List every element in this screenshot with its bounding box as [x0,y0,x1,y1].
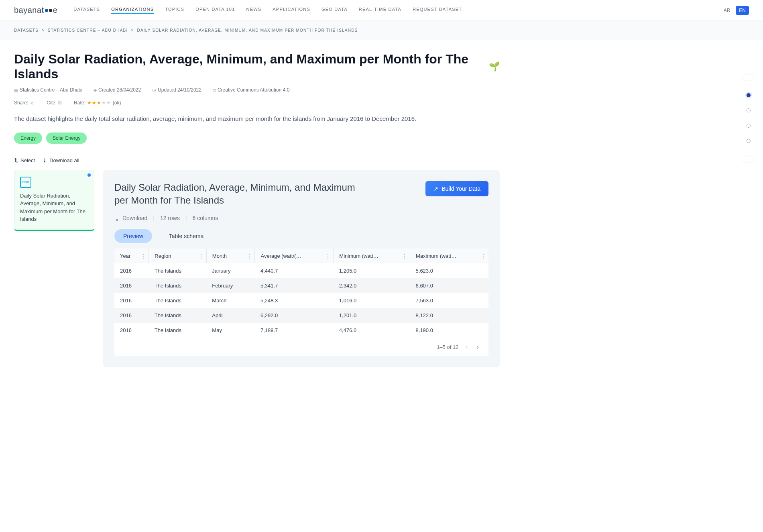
tab-preview[interactable]: Preview [114,229,152,243]
rail-dot-active[interactable] [747,93,751,97]
active-indicator [87,173,91,177]
tab-schema[interactable]: Table schema [160,229,212,243]
star-rating[interactable]: ★★★★★ [87,100,111,106]
resource-title: Daily Solar Radiation, Average, Minimum,… [20,192,88,223]
table-cell: March [206,293,255,308]
nav-item[interactable]: TOPICS [165,7,184,14]
table-row: 2016The IslandsMarch5,248.31,016.07,563.… [114,293,488,308]
build-data-button[interactable]: ↗ Build Your Data [425,181,488,196]
table-cell: 8,122.0 [410,308,488,323]
lang-ar-button[interactable]: AR [720,6,734,15]
table-footer: 1–5 of 12 ‹ › [114,338,488,356]
column-header[interactable]: Region⋮ [149,249,207,263]
table-cell: 6,292.0 [255,308,334,323]
table-cell: April [206,308,255,323]
table-cell: February [206,278,255,293]
table-cell: 2016 [114,263,149,278]
col-count: 6 columns [193,215,218,221]
column-menu-icon[interactable]: ⋮ [402,253,407,259]
table-cell: 7,189.7 [255,323,334,338]
table-cell: 2016 [114,308,149,323]
table-cell: 7,563.0 [410,293,488,308]
main-nav: DATASETSORGANIZATIONSTOPICSOPEN DATA 101… [73,7,462,14]
share-icon: ⪦ [30,100,35,106]
content-grid: CSV Daily Solar Radiation, Average, Mini… [14,170,500,368]
created-date: ◈ Created 28/04/2022 [94,87,141,93]
pagination-text: 1–5 of 12 [437,344,458,350]
table-cell: The Islands [149,263,207,278]
column-header[interactable]: Month⋮ [206,249,255,263]
table-cell: January [206,263,255,278]
cite-action[interactable]: Cite: ⧉ [47,100,62,106]
panel-title: Daily Solar Radiation, Average, Minimum,… [114,181,371,207]
page-title-text: Daily Solar Radiation, Average, Minimum,… [14,52,486,82]
org-icon: ▦ [14,88,18,93]
rail-dot[interactable] [747,108,751,112]
column-header[interactable]: Average (watt/(…⋮ [255,249,334,263]
breadcrumb-item[interactable]: STATISTICS CENTRE – ABU DHABI [48,28,128,33]
nav-item[interactable]: DATASETS [73,7,100,14]
rate-action[interactable]: Rate: ★★★★★ (ok) [74,100,121,106]
breadcrumb: DATASETS>STATISTICS CENTRE – ABU DHABI>D… [0,21,763,40]
table-row: 2016The IslandsFebruary5,341.72,342.06,6… [114,278,488,293]
column-menu-icon[interactable]: ⋮ [246,253,252,259]
column-header[interactable]: Maximum (watt…⋮ [410,249,488,263]
language-switch: AR EN [720,6,749,15]
table-cell: 2,342.0 [334,278,410,293]
table-cell: The Islands [149,278,207,293]
table-cell: 6,607.0 [410,278,488,293]
nav-item[interactable]: NEWS [246,7,262,14]
seedling-icon: 🌱 [489,61,500,72]
download-button[interactable]: ⭳ Download [114,215,147,221]
tabs: Preview Table schema [114,229,488,243]
copy-icon: ⧉ [58,100,62,106]
nav-item[interactable]: ORGANIZATIONS [111,7,154,14]
map-outline-icon [741,72,756,82]
license[interactable]: ⧉ Creative Commons Attribution 4.0 [213,87,289,93]
breadcrumb-item: DAILY SOLAR RADIATION, AVERAGE, MINIMUM,… [137,28,358,33]
next-page-button[interactable]: › [475,343,480,351]
prev-page-button[interactable]: ‹ [464,343,469,351]
lang-en-button[interactable]: EN [736,6,749,15]
logo[interactable]: bayanat e [14,6,57,15]
table-cell: 5,623.0 [410,263,488,278]
publisher[interactable]: ▦ Statistics Centre – Abu Dhabi [14,87,82,93]
table-cell: 4,440.7 [255,263,334,278]
breadcrumb-item[interactable]: DATASETS [14,28,39,33]
nav-item[interactable]: GEO DATA [321,7,348,14]
table-cell: 4,476.0 [334,323,410,338]
table-cell: 5,341.7 [255,278,334,293]
table-row: 2016The IslandsMay7,189.74,476.08,190.0 [114,323,488,338]
column-menu-icon[interactable]: ⋮ [140,253,146,259]
table-cell: The Islands [149,293,207,308]
row-count: 12 rows [160,215,180,221]
share-action[interactable]: Share: ⪦ [14,100,35,106]
column-header[interactable]: Year⋮ [114,249,149,263]
tags: EnergySolar Energy [14,132,500,144]
rail-dot[interactable] [747,124,751,128]
table-cell: 1,016.0 [334,293,410,308]
column-menu-icon[interactable]: ⋮ [325,253,331,259]
select-action[interactable]: ⇅ Select [14,157,35,163]
resource-card[interactable]: CSV Daily Solar Radiation, Average, Mini… [14,170,94,231]
license-icon: ⧉ [213,88,216,93]
nav-item[interactable]: REQUEST DATASET [413,7,462,14]
file-actions: ⇅ Select ⭳ Download all [14,157,500,163]
tag[interactable]: Solar Energy [46,132,87,144]
column-header[interactable]: Minimum (watt…⋮ [334,249,410,263]
table-cell: 5,248.3 [255,293,334,308]
main-content: Daily Solar Radiation, Average, Minimum,… [0,40,514,379]
rail-dot[interactable] [747,139,751,143]
panel-header: Daily Solar Radiation, Average, Minimum,… [114,181,488,207]
column-menu-icon[interactable]: ⋮ [198,253,204,259]
tag[interactable]: Energy [14,132,42,144]
nav-item[interactable]: APPLICATIONS [273,7,310,14]
column-menu-icon[interactable]: ⋮ [480,253,486,259]
nav-item[interactable]: REAL-TIME DATA [359,7,401,14]
download-all-action[interactable]: ⭳ Download all [42,157,79,163]
nav-item[interactable]: OPEN DATA 101 [195,7,235,14]
header: bayanat e DATASETSORGANIZATIONSTOPICSOPE… [0,0,763,21]
diamond-icon: ◈ [94,88,97,93]
panel-meta: ⭳ Download | 12 rows | 6 columns [114,215,488,221]
table-cell: The Islands [149,308,207,323]
